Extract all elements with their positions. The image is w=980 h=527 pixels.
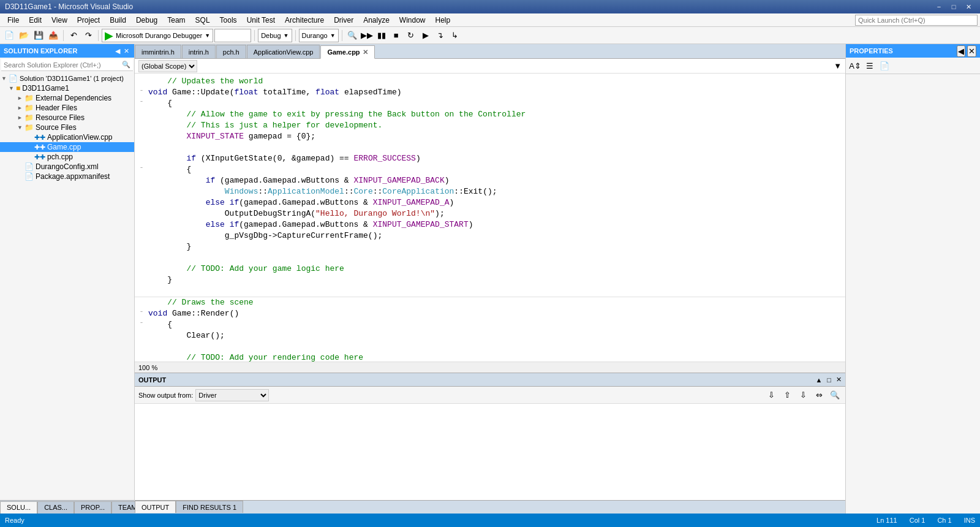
tb-btn-6[interactable]: ▶ (419, 29, 432, 42)
new-project-button[interactable]: 📄 (2, 29, 16, 42)
tree-header-files[interactable]: ► 📁 Header Files (0, 103, 134, 113)
collapse-icon[interactable] (140, 197, 147, 208)
tb-btn-4[interactable]: ■ (390, 29, 403, 42)
tab-immintrin[interactable]: immintrin.h (135, 45, 181, 58)
close-button[interactable]: ✕ (962, 1, 975, 12)
menu-team[interactable]: Team (162, 13, 190, 27)
output-scroll-up[interactable]: ⇧ (780, 389, 794, 402)
tree-resource-files[interactable]: ► 📁 Resource Files (0, 113, 134, 123)
menu-debug[interactable]: Debug (131, 13, 162, 27)
tree-external-deps[interactable]: ► 📁 External Dependencies (0, 93, 134, 103)
menu-file[interactable]: File (2, 13, 24, 27)
tb-btn-1[interactable]: 🔍 (345, 29, 359, 42)
collapse-icon[interactable] (140, 352, 147, 362)
scope-dropdown-btn[interactable]: ▼ (834, 61, 842, 70)
output-find-button[interactable]: 🔍 (828, 389, 842, 402)
quick-launch-input[interactable] (855, 15, 978, 26)
btab-prop[interactable]: PROP... (74, 501, 111, 514)
menu-edit[interactable]: Edit (24, 13, 47, 27)
collapse-icon[interactable] (140, 275, 147, 286)
menu-architecture[interactable]: Architecture (280, 13, 329, 27)
collapse-icon[interactable] (140, 153, 147, 164)
menu-sql[interactable]: SQL (190, 13, 215, 27)
tab-applicationview-cpp[interactable]: ApplicationView.cpp (247, 45, 320, 58)
btab-solution[interactable]: SOLU... (0, 501, 37, 514)
tab-pch-h[interactable]: pch.h (216, 45, 246, 58)
tree-solution[interactable]: ▼ 📄 Solution 'D3D11Game1' (1 project) (0, 74, 134, 83)
collapse-icon[interactable] (140, 186, 147, 197)
collapse-icon[interactable]: ⁻ (140, 164, 147, 175)
save-all-button[interactable]: 📤 (47, 29, 60, 42)
code-editor[interactable]: // Updates the world ⁻ void Game::Update… (135, 74, 845, 362)
redo-button[interactable]: ↷ (81, 29, 95, 42)
btab-class[interactable]: CLAS... (37, 501, 74, 514)
collapse-icon[interactable] (140, 330, 147, 341)
platform-dropdown[interactable]: Durango ▼ (299, 29, 339, 42)
config-dropdown[interactable]: Debug ▼ (258, 29, 292, 42)
output-close-button[interactable]: ✕ (836, 376, 842, 384)
collapse-icon[interactable]: ⁻ (140, 308, 147, 319)
collapse-icon[interactable]: ⁻ (140, 87, 147, 98)
props-categorized-button[interactable]: ☰ (863, 59, 876, 72)
btab-output[interactable]: OUTPUT (135, 501, 176, 513)
tab-game-cpp[interactable]: Game.cpp ✕ (320, 45, 374, 59)
tb-btn-3[interactable]: ▮▮ (375, 29, 388, 42)
collapse-icon[interactable] (140, 175, 147, 186)
tree-source-files[interactable]: ▼ 📁 Source Files (0, 123, 134, 132)
props-pin-button[interactable]: ◀ (957, 45, 965, 57)
collapse-icon[interactable] (140, 76, 147, 87)
debugger-dropdown[interactable]: ▶ Microsoft Durango Debugger ▼ (102, 29, 213, 42)
tb-btn-5[interactable]: ↻ (404, 29, 418, 42)
output-wrap-button[interactable]: ⇔ (812, 389, 826, 402)
collapse-icon[interactable]: ⁻ (140, 98, 147, 109)
maximize-button[interactable]: □ (947, 1, 960, 12)
tab-close-icon[interactable]: ✕ (363, 48, 368, 56)
collapse-icon[interactable] (140, 219, 147, 230)
undo-button[interactable]: ↶ (67, 29, 80, 42)
se-search-input[interactable] (4, 61, 122, 69)
tree-durango-config[interactable]: 📄 DurangoConfig.xml (0, 162, 134, 172)
output-undock-button[interactable]: □ (827, 376, 831, 384)
collapse-icon[interactable] (140, 208, 147, 219)
se-close-button[interactable]: ✕ (123, 47, 130, 55)
output-pin-button[interactable]: ▲ (815, 376, 822, 384)
collapse-icon[interactable] (140, 109, 147, 120)
props-property-pages-button[interactable]: 📄 (878, 59, 891, 72)
menu-build[interactable]: Build (105, 13, 131, 27)
menu-analyze[interactable]: Analyze (358, 13, 394, 27)
menu-view[interactable]: View (47, 13, 72, 27)
debug-target-input[interactable] (214, 29, 251, 42)
menu-window[interactable]: Window (394, 13, 431, 27)
tree-project[interactable]: ▼ ■ D3D11Game1 (0, 83, 134, 93)
output-scroll-down[interactable]: ⇩ (796, 389, 810, 402)
tb-btn-8[interactable]: ↳ (448, 29, 462, 42)
collapse-icon[interactable] (140, 241, 147, 252)
tb-btn-7[interactable]: ↴ (434, 29, 447, 42)
tree-pch-cpp[interactable]: ✚✚ pch.cpp (0, 152, 134, 162)
collapse-icon[interactable] (140, 120, 147, 131)
props-close-button[interactable]: ✕ (967, 45, 976, 57)
open-button[interactable]: 📂 (17, 29, 31, 42)
menu-project[interactable]: Project (72, 13, 105, 27)
collapse-icon[interactable] (140, 131, 147, 142)
collapse-icon[interactable] (140, 264, 147, 275)
menu-driver[interactable]: Driver (329, 13, 358, 27)
tree-package-manifest[interactable]: 📄 Package.appxmanifest (0, 172, 134, 181)
se-pin-button[interactable]: ◀ (114, 47, 121, 55)
props-alphabetical-button[interactable]: A⇕ (848, 59, 862, 72)
scope-select[interactable]: (Global Scope) (138, 60, 197, 72)
save-button[interactable]: 💾 (32, 29, 45, 42)
btab-find-results[interactable]: FIND RESULTS 1 (176, 501, 243, 513)
output-clear-button[interactable]: ⇩ (764, 389, 778, 402)
menu-unittest[interactable]: Unit Test (242, 13, 280, 27)
menu-help[interactable]: Help (431, 13, 456, 27)
menu-tools[interactable]: Tools (215, 13, 242, 27)
output-source-select[interactable]: Driver (195, 389, 269, 401)
tb-btn-2[interactable]: ▶▶ (360, 29, 374, 42)
tree-applicationview-cpp[interactable]: ✚✚ ApplicationView.cpp (0, 132, 134, 142)
tree-game-cpp[interactable]: ✚✚ Game.cpp (0, 142, 134, 152)
minimize-button[interactable]: − (932, 1, 946, 12)
collapse-icon[interactable] (140, 297, 147, 308)
tab-intrin[interactable]: intrin.h (182, 45, 216, 58)
collapse-icon[interactable] (140, 230, 147, 241)
